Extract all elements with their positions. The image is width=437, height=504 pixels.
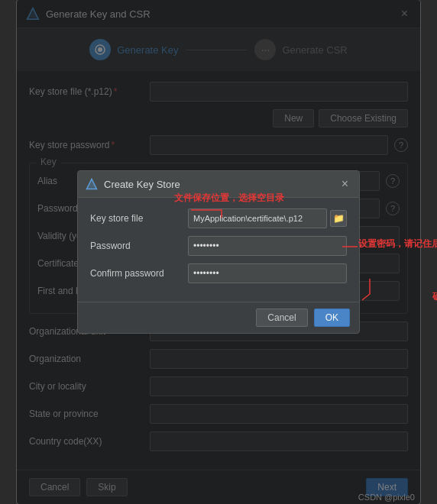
inner-dialog-title: Create Key Store xyxy=(104,179,180,190)
inner-cancel-button[interactable]: Cancel xyxy=(256,309,307,327)
inner-titlebar: Create Key Store × xyxy=(78,171,359,198)
inner-keystore-file-label: Key store file xyxy=(90,213,182,224)
inner-password-label: Password xyxy=(90,241,182,251)
inner-confirm-password-input[interactable] xyxy=(188,263,347,283)
overlay: Create Key Store × Key store file 📁 xyxy=(17,0,420,504)
annotation-2: 设置密码，请记住后续使用 xyxy=(358,237,437,250)
inner-password-row: Password 设置密码，请记住后续使用 xyxy=(90,236,347,256)
watermark: CSDN @pixle0 xyxy=(358,493,415,502)
folder-browse-button[interactable]: 📁 xyxy=(330,210,347,227)
inner-keystore-file-row: Key store file 📁 xyxy=(90,208,347,228)
inner-app-icon xyxy=(86,178,98,190)
inner-confirm-password-row: Confirm password 确认密码 xyxy=(90,263,347,283)
inner-ok-button[interactable]: OK xyxy=(314,309,350,327)
inner-password-input[interactable] xyxy=(188,236,347,256)
main-dialog: Generate Key and CSR × Generate Key ··· … xyxy=(16,0,421,504)
inner-close-button[interactable]: × xyxy=(338,176,351,192)
inner-form: Key store file 📁 文件保存位置，选择空目录 xyxy=(78,198,359,302)
inner-dialog: Create Key Store × Key store file 📁 xyxy=(77,170,360,334)
arrow-3 xyxy=(362,279,377,302)
inner-footer: Cancel OK xyxy=(78,302,359,333)
inner-confirm-password-label: Confirm password xyxy=(90,268,182,279)
inner-keystore-file-input[interactable] xyxy=(188,208,327,228)
annotation-3: 确认密码 xyxy=(432,290,437,303)
